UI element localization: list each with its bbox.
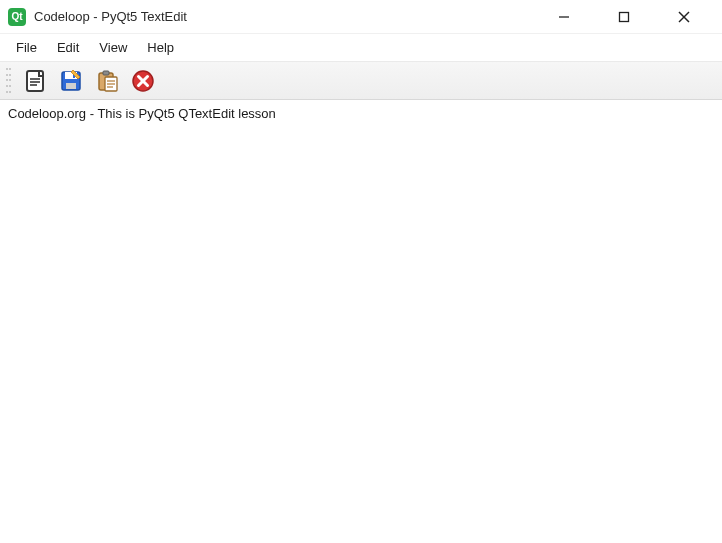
save-button[interactable] <box>56 66 86 96</box>
svg-rect-1 <box>620 12 629 21</box>
paste-button[interactable] <box>92 66 122 96</box>
menu-file[interactable]: File <box>6 37 47 58</box>
svg-rect-10 <box>66 83 76 89</box>
save-icon <box>58 68 84 94</box>
menu-edit[interactable]: Edit <box>47 37 89 58</box>
qt-app-icon-label: Qt <box>11 12 22 22</box>
svg-rect-4 <box>27 71 43 91</box>
minimize-icon <box>558 11 570 23</box>
qt-app-icon: Qt <box>8 8 26 26</box>
close-window-icon <box>678 11 690 23</box>
new-document-button[interactable] <box>20 66 50 96</box>
toolbar-grip[interactable] <box>6 67 12 95</box>
menubar: File Edit View Help <box>0 34 722 62</box>
menu-help[interactable]: Help <box>137 37 184 58</box>
svg-rect-13 <box>103 71 109 75</box>
menu-view[interactable]: View <box>89 37 137 58</box>
new-doc-icon <box>22 68 48 94</box>
toolbar <box>0 62 722 100</box>
paste-icon <box>94 68 120 94</box>
window-title: Codeloop - PyQt5 TextEdit <box>34 9 187 24</box>
close-window-button[interactable] <box>662 3 706 31</box>
titlebar: Qt Codeloop - PyQt5 TextEdit <box>0 0 722 34</box>
maximize-icon <box>618 11 630 23</box>
maximize-button[interactable] <box>602 3 646 31</box>
text-editor[interactable]: Codeloop.org - This is PyQt5 QTextEdit l… <box>0 100 722 543</box>
minimize-button[interactable] <box>542 3 586 31</box>
close-icon <box>130 68 156 94</box>
window-controls <box>542 3 718 31</box>
close-button[interactable] <box>128 66 158 96</box>
